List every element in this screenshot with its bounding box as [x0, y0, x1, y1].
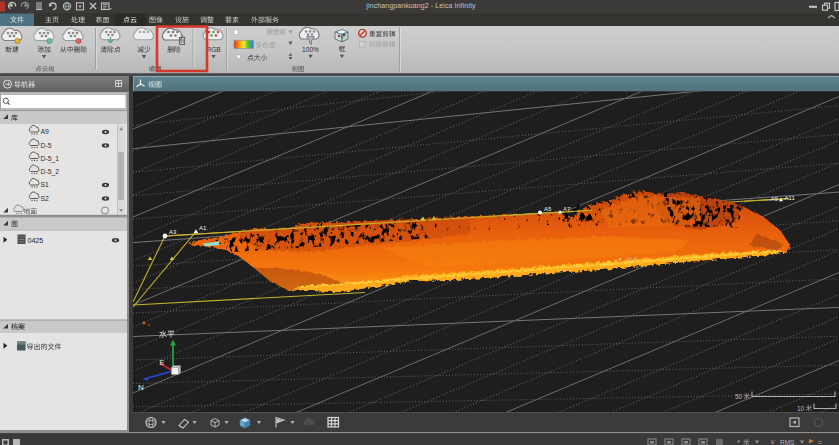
svg-text:A11: A11: [785, 195, 796, 201]
svg-text:S1: S1: [41, 181, 50, 188]
svg-text:D-5_2: D-5_2: [41, 168, 60, 176]
svg-text:N: N: [138, 383, 144, 392]
svg-text:A5: A5: [544, 206, 552, 212]
svg-text:0425: 0425: [28, 237, 44, 244]
svg-text:A1: A1: [199, 225, 207, 231]
svg-text:D-3: D-3: [628, 256, 637, 262]
svg-text:jinchangpankuang2 - Leica Infi: jinchangpankuang2 - Leica Infinity: [365, 2, 476, 10]
svg-text:A7: A7: [563, 206, 571, 212]
svg-text:RMS: RMS: [780, 439, 795, 445]
svg-text:k': k': [771, 439, 775, 445]
svg-text:D-5: D-5: [41, 142, 52, 149]
svg-text:100%: 100%: [302, 46, 319, 53]
svg-text:*: *: [737, 438, 740, 445]
svg-text:A9: A9: [41, 128, 50, 135]
svg-text:=: =: [818, 439, 822, 445]
svg-text:E: E: [160, 359, 165, 366]
svg-text:10: 10: [797, 405, 805, 412]
svg-text:50: 50: [735, 393, 743, 400]
svg-text:A9: A9: [771, 196, 779, 202]
svg-text:A3: A3: [169, 229, 177, 235]
svg-text:D-5_1: D-5_1: [41, 155, 60, 163]
svg-text:RGB: RGB: [206, 46, 220, 53]
svg-text:S2: S2: [41, 195, 50, 202]
